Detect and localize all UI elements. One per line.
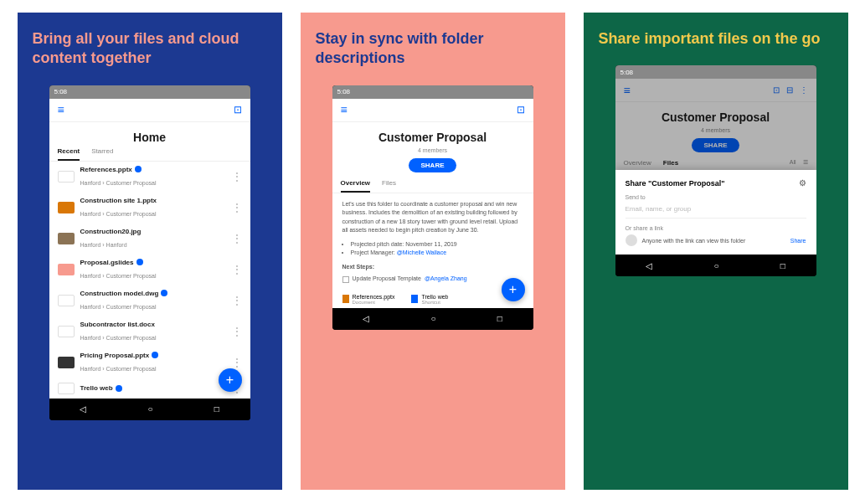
- file-list: References.pptx Hanford › Customer Propo…: [49, 162, 250, 399]
- file-row[interactable]: Subcontractor list.docx Hanford › Custom…: [49, 316, 250, 347]
- tab-starred[interactable]: Starred: [91, 147, 113, 161]
- tab-overview[interactable]: Overview: [341, 179, 371, 193]
- hamburger-icon[interactable]: ≡: [341, 103, 348, 116]
- hamburger-icon[interactable]: ≡: [58, 103, 64, 116]
- share-button[interactable]: SHARE: [409, 158, 456, 172]
- file-path: Hanford › Customer Proposal: [80, 180, 157, 186]
- nav-back-icon[interactable]: ◁: [80, 404, 86, 414]
- phone-mock-3: 5:08 ≡ ⊡ ⊟ ⋮ Customer Proposal 4 members…: [615, 65, 816, 276]
- file-row[interactable]: Construction site 1.pptx Hanford › Custo…: [49, 193, 250, 224]
- overflow-icon[interactable]: ⋮: [232, 326, 242, 337]
- app-bar: ≡ ⊡ ⊟ ⋮: [615, 79, 816, 102]
- or-share-label: Or share a link: [626, 225, 806, 231]
- share-link-button[interactable]: Share: [790, 238, 806, 244]
- overflow-icon[interactable]: ⋮: [232, 357, 242, 368]
- members-count: 4 members: [332, 147, 533, 153]
- promo-panel-1: Bring all your files and cloud content t…: [18, 13, 282, 490]
- status-bar: 5:08: [49, 85, 250, 99]
- share-button[interactable]: SHARE: [692, 138, 739, 152]
- file-icon: [58, 171, 75, 183]
- nav-recent-icon[interactable]: □: [214, 404, 219, 414]
- file-icon: [58, 295, 75, 306]
- file-name: Construction site 1.pptx: [80, 197, 226, 204]
- view-toggle-icon[interactable]: ☰: [803, 159, 808, 168]
- headline-2: Stay in sync with folder descriptions: [316, 29, 550, 69]
- android-nav-bar: ◁ ○ □: [332, 308, 533, 330]
- overflow-icon[interactable]: ⋮: [800, 85, 808, 95]
- hamburger-icon[interactable]: ≡: [624, 84, 631, 97]
- overflow-icon[interactable]: ⋮: [232, 171, 242, 183]
- nav-home-icon[interactable]: ○: [430, 314, 435, 323]
- sync-icon: [116, 385, 122, 392]
- app-bar: ≡ ⊡: [49, 99, 250, 122]
- page-title: Customer Proposal: [615, 111, 816, 124]
- link-permission-text: Anyone with the link can view this folde…: [642, 238, 785, 244]
- file-row[interactable]: Construction20.jpg Hanford › Hanford ⋮: [49, 224, 250, 255]
- overflow-icon[interactable]: ⋮: [232, 202, 242, 213]
- file-icon: [58, 383, 75, 394]
- members-count: 4 members: [615, 127, 816, 133]
- file-path: Hanford › Customer Proposal: [80, 304, 157, 310]
- doc-icon: [342, 295, 349, 303]
- mention-link[interactable]: @Michelle Wallace: [397, 249, 446, 255]
- nav-recent-icon[interactable]: □: [497, 314, 502, 323]
- sync-icon: [161, 290, 167, 296]
- sync-icon: [135, 166, 142, 172]
- file-name: Construction model.dwg: [80, 290, 226, 297]
- sync-icon: [136, 259, 143, 265]
- nav-home-icon[interactable]: ○: [147, 404, 152, 414]
- share-sheet: Share "Customer Proposal" ⚙ Send to Emai…: [615, 170, 816, 255]
- attachment-item[interactable]: References.pptxDocument: [342, 294, 395, 305]
- fab-add-button[interactable]: +: [502, 278, 525, 301]
- overflow-icon[interactable]: ⋮: [232, 295, 242, 306]
- search-icon[interactable]: ⊡: [234, 104, 242, 116]
- fab-add-button[interactable]: +: [219, 368, 242, 392]
- page-title: Customer Proposal: [332, 131, 533, 144]
- file-name: Pricing Proposal.pptx: [80, 352, 226, 359]
- search-icon[interactable]: ⊡: [517, 104, 525, 116]
- page-title: Home: [49, 131, 250, 144]
- file-path: Hanford › Customer Proposal: [80, 273, 157, 279]
- sync-icon: [152, 352, 158, 358]
- shortcut-icon: [411, 295, 418, 303]
- checkbox-icon[interactable]: [342, 276, 349, 283]
- nav-home-icon[interactable]: ○: [713, 261, 718, 270]
- share-input[interactable]: Email, name, or group: [626, 200, 806, 219]
- status-bar: 5:08: [615, 65, 816, 79]
- file-row[interactable]: References.pptx Hanford › Customer Propo…: [49, 162, 250, 193]
- overflow-icon[interactable]: ⋮: [232, 264, 242, 275]
- file-name: Proposal.gslides: [80, 259, 226, 266]
- file-path: Hanford › Customer Proposal: [80, 366, 157, 372]
- promo-panel-3: Share important files on the go 5:08 ≡ ⊡…: [584, 13, 848, 490]
- link-icon[interactable]: ⊟: [786, 85, 793, 95]
- search-icon[interactable]: ⊡: [773, 85, 780, 95]
- task-row[interactable]: Update Proposal Template @Angela Zhang: [342, 275, 523, 284]
- folder-description: Let's use this folder to coordinate a cu…: [332, 193, 533, 291]
- mention-link[interactable]: @Angela Zhang: [425, 275, 467, 284]
- nav-recent-icon[interactable]: □: [780, 261, 785, 270]
- file-row[interactable]: Construction model.dwg Hanford › Custome…: [49, 285, 250, 316]
- file-path: Hanford › Customer Proposal: [80, 335, 157, 341]
- gear-icon[interactable]: ⚙: [799, 178, 806, 188]
- file-name: Trello web: [80, 384, 226, 392]
- attachment-item[interactable]: Trello webShortcut: [411, 294, 448, 305]
- overflow-icon[interactable]: ⋮: [232, 233, 242, 244]
- tab-files[interactable]: Files: [382, 179, 396, 193]
- headline-1: Bring all your files and cloud content t…: [33, 29, 267, 69]
- tabs: Recent Starred: [49, 147, 250, 162]
- globe-icon: [626, 234, 637, 246]
- android-nav-bar: ◁ ○ □: [615, 255, 816, 276]
- phone-mock-1: 5:08 ≡ ⊡ Home Recent Starred References.…: [49, 85, 250, 420]
- android-nav-bar: ◁ ○ □: [49, 399, 250, 420]
- tabs: Overview Files: [332, 179, 533, 193]
- nav-back-icon[interactable]: ◁: [646, 261, 652, 270]
- file-icon: [58, 202, 75, 213]
- nav-back-icon[interactable]: ◁: [363, 314, 369, 323]
- send-to-label: Send to: [626, 194, 806, 200]
- file-row[interactable]: Proposal.gslides Hanford › Customer Prop…: [49, 255, 250, 285]
- phone-mock-2: 5:08 ≡ ⊡ Customer Proposal 4 members SHA…: [332, 85, 533, 330]
- headline-3: Share important files on the go: [599, 29, 833, 49]
- file-name: Subcontractor list.docx: [80, 321, 226, 328]
- filter-all[interactable]: All: [790, 159, 796, 168]
- tab-recent[interactable]: Recent: [58, 147, 80, 161]
